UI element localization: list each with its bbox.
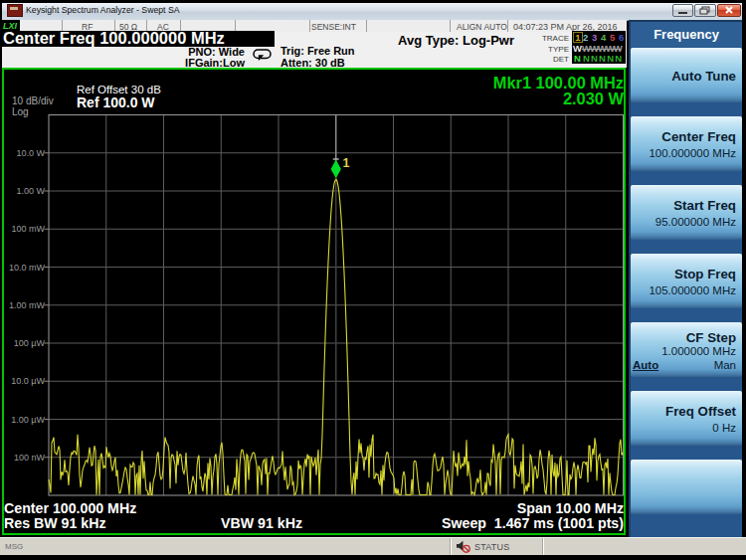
svg-text:1: 1 <box>343 156 350 170</box>
